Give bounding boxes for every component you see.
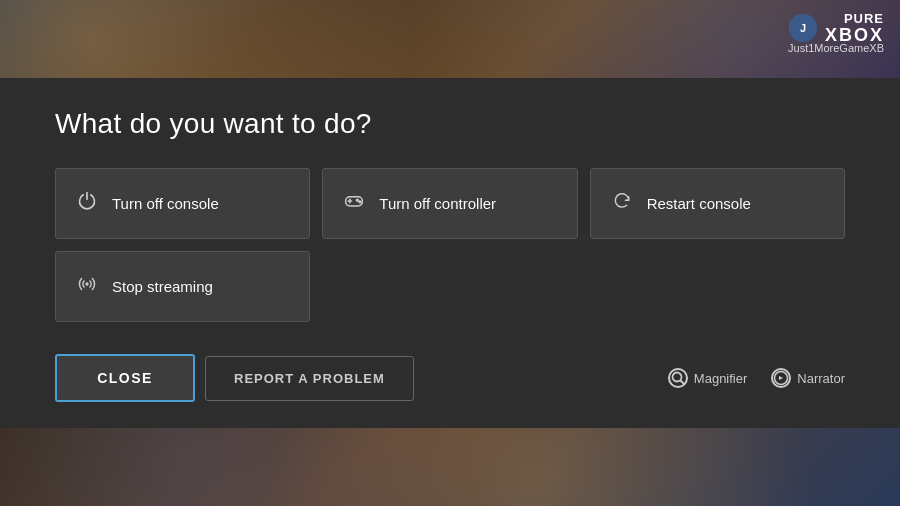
watermark: J PURE XBOX — [789, 12, 884, 44]
magnifier-icon — [668, 368, 688, 388]
accessibility-bar: Magnifier Narrator — [668, 368, 845, 388]
report-problem-button[interactable]: REPORT A PROBLEM — [205, 356, 414, 401]
restart-icon — [611, 191, 633, 216]
pure-label: PURE — [844, 12, 884, 26]
dialog-title: What do you want to do? — [55, 108, 845, 140]
power-icon — [76, 191, 98, 216]
username-tag: Just1MoreGameXB — [788, 42, 884, 54]
top-background — [0, 0, 900, 78]
magnifier-item[interactable]: Magnifier — [668, 368, 747, 388]
action-bar: CLOSE REPORT A PROBLEM Magnifier — [55, 354, 845, 402]
turn-off-console-label: Turn off console — [112, 195, 219, 212]
restart-console-button[interactable]: Restart console — [590, 168, 845, 239]
stop-streaming-button[interactable]: Stop streaming — [55, 251, 310, 322]
restart-console-label: Restart console — [647, 195, 751, 212]
bottom-background — [0, 428, 900, 506]
svg-line-9 — [680, 381, 684, 385]
close-button[interactable]: CLOSE — [55, 354, 195, 402]
controller-icon — [343, 191, 365, 216]
svg-text:J: J — [800, 22, 806, 34]
svg-point-6 — [359, 201, 361, 203]
turn-off-controller-button[interactable]: Turn off controller — [322, 168, 577, 239]
magnifier-label: Magnifier — [694, 371, 747, 386]
avatar: J — [789, 14, 817, 42]
streaming-icon — [76, 274, 98, 299]
svg-point-7 — [85, 282, 88, 285]
narrator-item[interactable]: Narrator — [771, 368, 845, 388]
options-grid: Turn off console Turn off controller — [55, 168, 845, 322]
narrator-label: Narrator — [797, 371, 845, 386]
narrator-icon — [771, 368, 791, 388]
dialog-container: What do you want to do? Turn off console — [0, 78, 900, 428]
svg-point-5 — [357, 199, 359, 201]
turn-off-console-button[interactable]: Turn off console — [55, 168, 310, 239]
stop-streaming-label: Stop streaming — [112, 278, 213, 295]
turn-off-controller-label: Turn off controller — [379, 195, 496, 212]
watermark-text: PURE XBOX — [825, 12, 884, 44]
